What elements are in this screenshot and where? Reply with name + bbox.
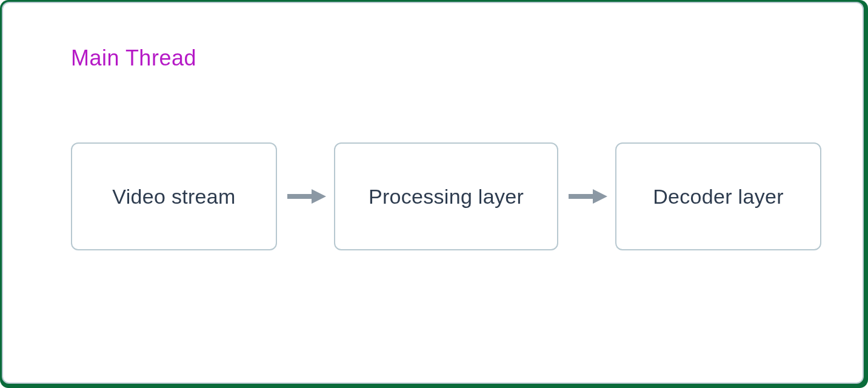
arrow-right-icon: [284, 188, 327, 205]
node-label: Video stream: [112, 185, 235, 209]
arrow-right-icon: [565, 188, 609, 205]
node-video-stream: Video stream: [71, 142, 277, 250]
node-processing-layer: Processing layer: [334, 142, 558, 250]
node-label: Processing layer: [369, 185, 524, 209]
svg-marker-3: [593, 189, 607, 204]
arrow-1: [277, 188, 334, 205]
node-decoder-layer: Decoder layer: [615, 142, 821, 250]
node-label: Decoder layer: [653, 185, 784, 209]
flow-row: Video stream Processing layer Decoder la…: [71, 142, 821, 250]
diagram-container: Main Thread Video stream Processing laye…: [2, 2, 864, 384]
diagram-title: Main Thread: [71, 45, 196, 71]
arrow-2: [558, 188, 615, 205]
svg-marker-1: [312, 189, 326, 204]
